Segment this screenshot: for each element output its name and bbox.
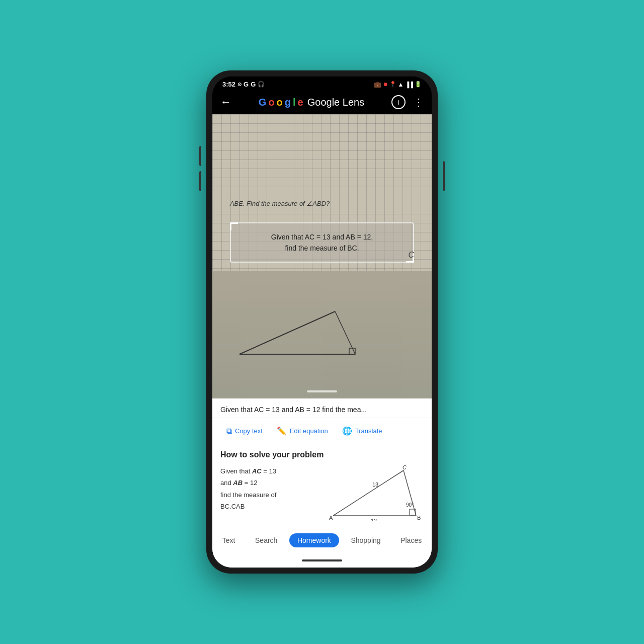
lens-label: Google Lens [307,97,364,108]
detected-text-display: Given that AC = 13 and AB = 12 find the … [212,398,432,418]
svg-line-1 [239,311,335,354]
status-bar: 3:52 ⊙ G G 🎧 💼 ⏺ 📍 ▲ ▐▐ 🔋 [212,76,432,90]
screen-record-icon: ⊙ [237,82,242,87]
question-line1: Given that AC = 13 and AB = 12, [241,231,403,243]
svg-text:C: C [403,465,407,470]
camera-triangle [234,306,421,359]
g-icon1: G [244,80,249,88]
headphone-icon: 🎧 [258,81,265,88]
copy-text-label: Copy text [235,427,263,435]
tab-shopping[interactable]: Shopping [343,533,388,547]
home-bar [302,559,342,561]
status-time: 3:52 ⊙ G G 🎧 [222,80,265,88]
solve-line1: Given that AC = 13 [220,465,324,477]
copy-icon: ⧉ [226,427,232,436]
svg-rect-3 [349,348,355,354]
solve-triangle-svg: C A B 13 12 90° [328,465,424,521]
tab-search[interactable]: Search [247,533,285,547]
svg-line-5 [333,470,404,516]
svg-text:B: B [417,515,421,521]
info-button[interactable]: i [391,95,406,109]
solve-text-block: Given that AC = 13 and AB = 12 find the … [220,465,324,513]
power-button[interactable] [443,161,445,191]
location-icon: 📍 [389,81,396,88]
camera-viewfinder: ABE. Find the measure of ∠ABD? Given tha… [212,114,432,398]
more-options-button[interactable]: ⋮ [414,96,424,108]
translate-button[interactable]: 🌐 Translate [336,423,388,439]
c-vertex-label: C [409,251,415,260]
triangle-diagram: C A B 13 12 90° [328,465,424,523]
corner-tl [230,222,238,230]
question-line2: find the measure of BC. [241,243,403,254]
status-icons: 💼 ⏺ 📍 ▲ ▐▐ 🔋 [374,81,422,88]
solve-line4: BC.CAB [220,501,324,512]
edit-icon: ✏️ [277,426,287,436]
phone-device: 3:52 ⊙ G G 🎧 💼 ⏺ 📍 ▲ ▐▐ 🔋 ← Google Googl… [206,70,438,574]
app-toolbar: ← Google Google Lens i ⋮ [212,90,432,114]
app-title: Google Google Lens [259,97,364,108]
solve-title: How to solve your problem [220,450,424,459]
svg-text:13: 13 [372,481,378,488]
bag-icon: 💼 [374,81,381,88]
g-icon2: G [251,80,256,88]
battery-icon: 🔋 [415,81,422,88]
toolbar-icons: i ⋮ [391,95,424,109]
copy-text-button[interactable]: ⧉ Copy text [220,424,269,439]
record-icon: ⏺ [383,82,388,87]
scroll-handle[interactable] [307,390,337,392]
solve-line3: find the measure of [220,489,324,501]
selection-box: Given that AC = 13 and AB = 12, find the… [230,222,414,263]
camera-triangle-svg [234,306,365,357]
bottom-tabs: Text Search Homework Shopping Places [212,529,432,553]
edit-equation-label: Edit equation [290,427,328,435]
solve-section: How to solve your problem Given that AC … [212,444,432,529]
edit-equation-button[interactable]: ✏️ Edit equation [271,423,334,439]
solve-line2: and AB = 12 [220,477,324,489]
camera-question: Given that AC = 13 and AB = 12, find the… [241,231,403,254]
tab-homework[interactable]: Homework [289,533,339,547]
tab-text[interactable]: Text [214,533,244,547]
detected-text-label: Given that AC = 13 and AB = 12 find the … [220,406,367,414]
action-buttons-row: ⧉ Copy text ✏️ Edit equation 🌐 Translate [212,418,432,444]
home-indicator [212,553,432,568]
svg-text:90°: 90° [406,502,414,508]
time-display: 3:52 [222,80,235,88]
volume-down-button[interactable] [199,171,201,191]
abe-problem-text: ABE. Find the measure of ∠ABD? [230,200,330,207]
signal-icon: ▐▐ [405,82,413,88]
tab-places[interactable]: Places [392,533,430,547]
wifi-icon: ▲ [398,81,404,88]
volume-up-button[interactable] [199,146,201,166]
translate-label: Translate [355,427,382,435]
phone-screen: 3:52 ⊙ G G 🎧 💼 ⏺ 📍 ▲ ▐▐ 🔋 ← Google Googl… [212,76,432,568]
bottom-sheet: Given that AC = 13 and AB = 12 find the … [212,398,432,568]
svg-text:A: A [329,515,333,521]
translate-icon: 🌐 [342,426,352,436]
solve-content: Given that AC = 13 and AB = 12 find the … [220,465,424,523]
camera-background: ABE. Find the measure of ∠ABD? Given tha… [212,114,432,398]
info-icon: i [398,99,399,106]
svg-text:12: 12 [371,518,377,521]
back-button[interactable]: ← [220,96,231,109]
